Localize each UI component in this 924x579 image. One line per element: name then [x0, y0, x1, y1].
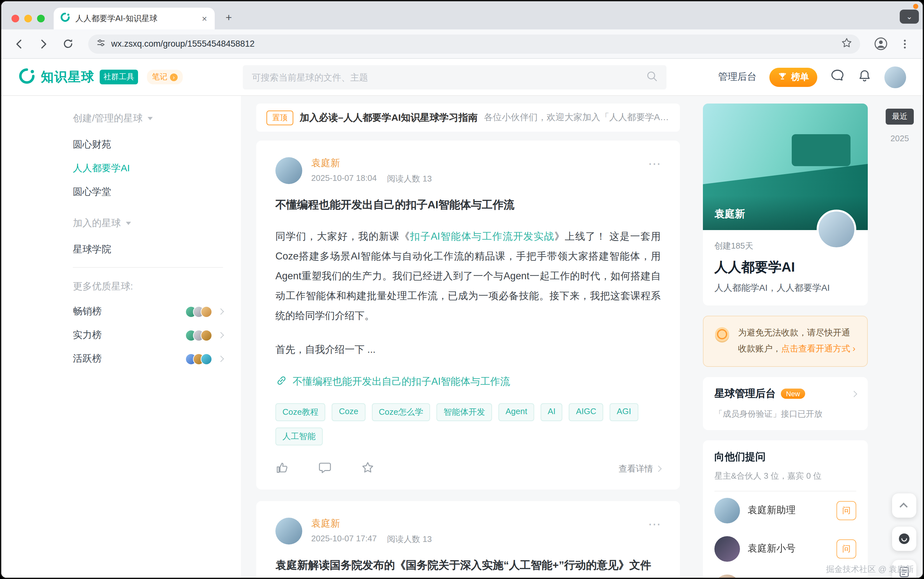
more-planets-title: 更多优质星球:: [73, 281, 223, 293]
section-joined-planets[interactable]: 加入的星球: [73, 217, 223, 229]
post-title[interactable]: 袁庭新解读国务院发布的《国务院关于深入实施“人工智能+”行动的意见》文件: [275, 558, 661, 572]
search-input[interactable]: [252, 72, 646, 82]
search-icon[interactable]: [646, 70, 657, 84]
tag-chip[interactable]: Coze教程: [275, 403, 325, 421]
pinned-post[interactable]: 置顶 加入必读–人人都要学AI知识星球学习指南 各位小伙伴们，欢迎大家加入「人人…: [256, 103, 680, 132]
scroll-top-button[interactable]: [892, 493, 916, 518]
watermark: 掘金技术社区 @ 袁庭新: [826, 564, 914, 575]
tag-chip[interactable]: AIGC: [569, 403, 603, 421]
chevron-down-icon: [147, 117, 153, 120]
timeline-year-label[interactable]: 2025: [886, 134, 914, 143]
rank-label: 实力榜: [73, 329, 185, 341]
close-window-button[interactable]: [11, 15, 19, 22]
tab-strip: 人人都要学AI-知识星球 × + ⌄: [1, 1, 923, 29]
url-bar[interactable]: wx.zsxq.com/group/15554548458812: [88, 34, 860, 53]
tag-list: Coze教程 Coze Coze怎么学 智能体开发 Agent AI AIGC …: [275, 403, 661, 445]
browser-tab[interactable]: 人人都要学AI-知识星球 ×: [54, 8, 215, 29]
page-content: 创建/管理的星球 圆心财苑 人人都要学AI 圆心学堂 加入的星球 星球学院 更多…: [1, 96, 923, 578]
update-indicator-dot: [913, 4, 918, 9]
section-label: 创建/管理的星球: [73, 113, 142, 124]
tag-chip[interactable]: 智能体开发: [437, 403, 492, 421]
tag-chip[interactable]: AGI: [610, 403, 638, 421]
sidebar-item-planet-academy[interactable]: 星球学院: [73, 244, 223, 256]
ask-question-button[interactable]: 问: [836, 540, 856, 559]
chat-icon[interactable]: [830, 69, 845, 86]
chevron-down-icon: [126, 222, 131, 225]
assistant-widget-button[interactable]: [892, 527, 916, 551]
ask-question-button[interactable]: 问: [836, 501, 856, 520]
tab-search-button[interactable]: ⌄: [900, 10, 919, 24]
maximize-window-button[interactable]: [37, 15, 45, 22]
section-label: 加入的星球: [73, 217, 121, 229]
admin-card-subtitle: 「成员身份验证」接口已开放: [715, 408, 856, 420]
tag-chip[interactable]: AI: [541, 403, 563, 421]
sidebar-item-yuanxin-xuetang[interactable]: 圆心学堂: [73, 186, 223, 198]
person-name: 袁庭新助理: [747, 505, 836, 517]
post-paragraph: 首先，自我介绍一下 ...: [275, 339, 661, 359]
post-author-avatar[interactable]: [275, 157, 302, 184]
trophy-icon: [778, 71, 787, 83]
tag-chip[interactable]: Coze: [332, 403, 366, 421]
admin-console-card[interactable]: 星球管理后台 New 「成员身份验证」接口已开放: [703, 377, 868, 430]
timeline-recent-badge[interactable]: 最近: [886, 109, 914, 124]
post-author-name[interactable]: 袁庭新: [311, 518, 432, 530]
note-badge[interactable]: 笔记 ›: [147, 70, 183, 84]
favorite-star-icon[interactable]: [361, 461, 375, 477]
note-badge-icon: ›: [170, 73, 178, 81]
profile-button[interactable]: [870, 34, 891, 54]
post-author-avatar[interactable]: [275, 518, 302, 545]
post-title[interactable]: 不懂编程也能开发出自己的扣子AI智能体与工作流: [275, 198, 661, 212]
note-badge-label: 笔记: [152, 72, 167, 82]
browser-menu-button[interactable]: [895, 34, 915, 54]
pinned-preview: 各位小伙伴们，欢迎大家加入「人人都要学AI知识库...: [484, 112, 670, 123]
list-item[interactable]: 袁庭新小号 问: [715, 530, 856, 568]
tab-close-icon[interactable]: ×: [201, 13, 208, 24]
post-more-icon[interactable]: ⋯: [648, 156, 662, 171]
tag-chip[interactable]: Coze怎么学: [371, 403, 430, 421]
search-box[interactable]: [243, 65, 666, 89]
inline-course-link[interactable]: 扣子AI智能体与工作流开发实战: [410, 231, 554, 242]
group-owner-name: 袁庭新: [715, 208, 745, 221]
bookmark-star-icon[interactable]: [841, 37, 852, 51]
chevron-right-icon: [655, 466, 662, 472]
rank-label: 活跃榜: [73, 353, 185, 365]
minimize-window-button[interactable]: [24, 15, 32, 22]
group-card[interactable]: 袁庭新 创建185天 人人都要学AI 人人都能学AI，人人都要学AI: [703, 103, 868, 306]
timeline-scrubber[interactable]: 最近 2025: [886, 109, 914, 143]
rank-label: 畅销榜: [73, 306, 185, 317]
user-avatar[interactable]: [885, 66, 906, 88]
admin-card-title: 星球管理后台: [715, 387, 776, 401]
brand[interactable]: 知识星球 社群工具 笔记 ›: [18, 67, 243, 87]
bell-icon[interactable]: [857, 69, 872, 85]
group-owner-avatar[interactable]: [817, 209, 856, 249]
post-more-icon[interactable]: ⋯: [648, 516, 662, 532]
section-created-planets[interactable]: 创建/管理的星球: [73, 113, 223, 124]
tag-chip[interactable]: Agent: [499, 403, 534, 421]
list-item[interactable]: 袁庭新助理 问: [715, 491, 856, 530]
tag-chip[interactable]: 人工智能: [275, 427, 323, 445]
like-icon[interactable]: [275, 461, 289, 477]
rank-row-active[interactable]: 活跃榜: [73, 353, 223, 365]
new-tab-button[interactable]: +: [220, 9, 238, 27]
rank-avatars: [185, 329, 212, 341]
site-settings-icon[interactable]: [96, 38, 106, 50]
rank-button[interactable]: 榜单: [769, 67, 817, 87]
rank-row-strength[interactable]: 实力榜: [73, 329, 223, 341]
comment-icon[interactable]: [318, 461, 332, 477]
post-attached-link[interactable]: 不懂编程也能开发出自己的扣子AI智能体与工作流: [275, 375, 661, 389]
reload-button[interactable]: [57, 34, 78, 54]
post-paragraph: 同学们，大家好，我的新课《扣子AI智能体与工作流开发实战》上线了！ 这是一套用C…: [275, 226, 661, 325]
chevron-right-icon: [218, 332, 224, 339]
open-payment-link[interactable]: 点击查看开通方式 ›: [781, 344, 855, 353]
back-button[interactable]: [9, 34, 29, 54]
new-badge: New: [781, 389, 805, 399]
sidebar-item-renren-ai[interactable]: 人人都要学AI: [73, 162, 223, 175]
person-name: 袁庭新小号: [747, 543, 836, 555]
sidebar-item-yuanxin-caiyuan[interactable]: 圆心财苑: [73, 139, 223, 151]
view-detail-link[interactable]: 查看详情: [618, 463, 661, 474]
group-description: 人人都能学AI，人人都要学AI: [715, 283, 856, 294]
admin-console-link[interactable]: 管理后台: [718, 71, 757, 83]
rank-row-bestseller[interactable]: 畅销榜: [73, 306, 223, 317]
post-author-name[interactable]: 袁庭新: [311, 157, 432, 169]
forward-button[interactable]: [33, 34, 54, 54]
